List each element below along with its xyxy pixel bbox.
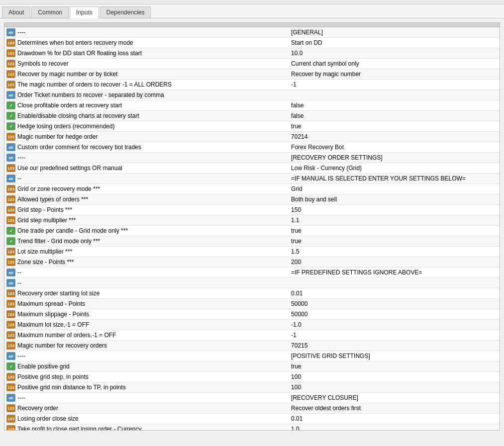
type-icon: 123 [6,415,15,423]
type-icon: 123 [6,404,15,412]
variable-label: Positive grid step, in points [17,373,245,380]
table-row: ✓Trend filter - Grid mode only ***true [4,236,500,247]
variable-value: Grid [287,184,500,194]
tab-inputs[interactable]: Inputs [70,6,99,18]
variable-label: Symbols to recover [17,60,245,67]
variable-value: [RECOVERY CLOSURE] [287,393,500,403]
type-icon: 123 [6,39,15,47]
type-icon: ✓ [6,101,15,109]
variable-value: Both buy and sell [287,194,500,205]
variable-label: Maximum number of orders,-1 = OFF [17,332,245,339]
variable-label: Use our predefined settings OR manual [17,165,245,172]
table-row: ab-- [4,278,500,288]
table-row: 123Magic number for hedge order70214 [4,132,500,142]
tab-dependencies[interactable]: Dependencies [100,6,151,18]
table-container[interactable]: ab----[GENERAL]123Determines when bot en… [4,22,500,431]
variable-value: true [287,361,500,372]
variable-value: 70215 [287,341,500,351]
col-value [287,23,500,27]
table-row: 123Maximum spread - Points50000 [4,299,500,309]
variable-label: Magic number for hedge order [17,133,245,140]
table-row: 123Losing order close size0.01 [4,414,500,424]
type-icon: ✓ [6,237,15,245]
variable-label: -- [17,175,245,182]
type-icon: 123 [6,206,15,214]
type-icon: 123 [6,373,15,381]
table-row: 123Positive grid min distance to TP, in … [4,382,500,393]
type-icon: 123 [6,289,15,297]
variable-value: 70214 [287,132,500,142]
table-row: abCustom order comment for recovery bot … [4,142,500,153]
tab-common[interactable]: Common [31,6,69,18]
table-row: 123Grid step multiplier ***1.1 [4,215,500,226]
variable-value: 0.01 [287,288,500,299]
variable-label: Grid step - Points *** [17,206,245,213]
variable-value: 100 [287,372,500,382]
variable-value: true [287,226,500,236]
type-icon: 123 [6,310,15,318]
table-row: 123Use our predefined settings OR manual… [4,163,500,174]
table-row: ✓One trade per candle - Grid mode only *… [4,226,500,236]
type-icon: ab [6,175,15,182]
variable-value: Current chart symbol only [287,59,500,69]
variable-label: Trend filter - Grid mode only *** [17,238,245,245]
type-icon: 123 [6,258,15,266]
variable-value: 200 [287,257,500,268]
variable-value: Recover by magic number [287,69,500,80]
variable-value: =IF MANUAL IS SELECTED ENTER YOUR SETTIN… [287,174,500,184]
variable-value: -1 [287,80,500,90]
type-icon: 123 [6,70,15,78]
type-icon: ab [6,28,15,36]
table-row: 123Recover by magic number or by ticketR… [4,69,500,80]
type-icon: 123 [6,383,15,391]
variable-label: The magic number of orders to recover -1… [17,81,245,88]
variable-label: Take profit to close part losing order -… [17,426,245,431]
variable-label: Positive grid min distance to TP, in poi… [17,384,245,391]
type-icon: ✓ [6,122,15,130]
type-icon: ab [6,394,15,402]
variable-label: One trade per candle - Grid mode only **… [17,227,245,234]
variable-value: 100 [287,382,500,393]
type-icon: 123 [6,81,15,89]
type-icon: 123 [6,195,15,203]
table-row: 123Magic number for recovery orders70215 [4,341,500,351]
type-icon: 123 [6,425,15,431]
table-row: 123Drawdown % for DD start OR floating l… [4,48,500,59]
type-icon: 123 [6,185,15,193]
table-row: 123Recovery order starting lot size0.01 [4,288,500,299]
variable-value: true [287,236,500,247]
type-icon: ab [6,143,15,151]
variable-value: Forex Recovery Bot [287,142,500,153]
title-bar [0,0,504,4]
variable-label: Allowed types of orders *** [17,196,245,203]
variable-label: ---- [17,154,245,161]
type-icon: 123 [6,49,15,57]
table-row: ab--=IF MANUAL IS SELECTED ENTER YOUR SE… [4,174,500,184]
table-row: 123Maximum number of orders,-1 = OFF-1 [4,330,500,341]
variable-label: Recovery order [17,405,245,412]
type-icon: 123 [6,164,15,172]
table-row: 123Take profit to close part losing orde… [4,424,500,431]
main-content: ab----[GENERAL]123Determines when bot en… [0,18,504,435]
tab-bar: AboutCommonInputsDependencies [0,4,504,18]
variable-label: Close profitable orders at recovery star… [17,102,245,109]
variable-label: Drawdown % for DD start OR floating loss… [17,50,245,57]
type-icon: ab [6,279,15,287]
table-row: ab----[RECOVERY ORDER SETTINGS] [4,153,500,163]
table-row: ✓Enable positive gridtrue [4,361,500,372]
variable-value [287,278,500,288]
table-row: ab--=IF PREDEFINED SETTINGS IGNORE ABOVE… [4,268,500,278]
variable-label: -- [17,279,245,286]
params-table: ab----[GENERAL]123Determines when bot en… [4,23,500,431]
variable-value: [POSITIVE GRID SETTINGS] [287,351,500,361]
variable-value: =IF PREDEFINED SETTINGS IGNORE ABOVE= [287,268,500,278]
variable-value: 0.01 [287,414,500,424]
table-row: 123Grid step - Points ***150 [4,205,500,215]
variable-value: false [287,100,500,111]
table-row: 123Maximum lot size,-1 = OFF-1.0 [4,320,500,330]
table-row: ab----[GENERAL] [4,27,500,38]
variable-value: [GENERAL] [287,27,500,38]
variable-value: 50000 [287,299,500,309]
table-row: 123The magic number of orders to recover… [4,80,500,90]
tab-about[interactable]: About [2,6,30,18]
